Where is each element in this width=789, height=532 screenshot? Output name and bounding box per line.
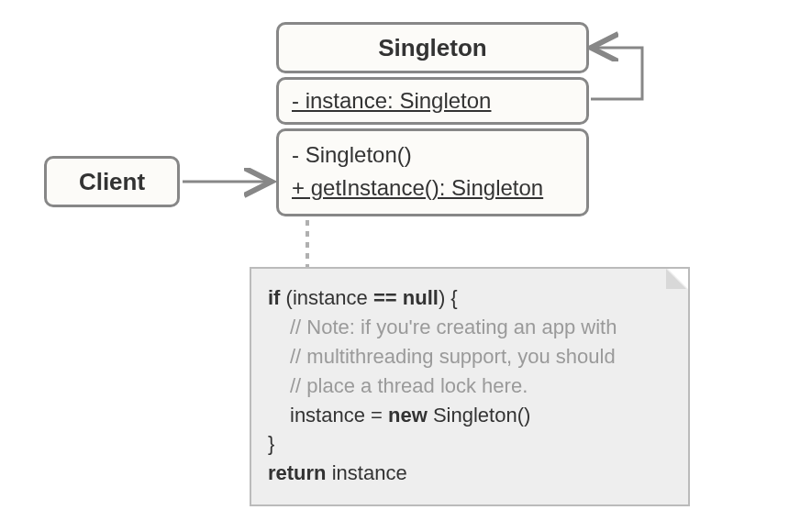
singleton-title-compartment: Singleton — [276, 22, 589, 73]
singleton-class-name: Singleton — [378, 34, 486, 62]
client-class-box: Client — [44, 156, 180, 207]
note-fold-shade — [668, 269, 688, 289]
singleton-getinstance-method: + getInstance(): Singleton — [292, 172, 573, 205]
singleton-attribute-instance: - instance: Singleton — [292, 88, 491, 114]
note-line-7: return instance — [268, 459, 672, 488]
note-comment-2: // multithreading support, you should — [268, 342, 672, 371]
note-comment-1: // Note: if you're creating an app with — [268, 313, 672, 342]
pseudocode-note: if (instance == null) { // Note: if you'… — [250, 267, 690, 506]
note-comment-3: // place a thread lock here. — [268, 371, 672, 401]
note-line-1: if (instance == null) { — [268, 283, 672, 313]
singleton-methods-compartment: - Singleton() + getInstance(): Singleton — [276, 128, 589, 216]
note-line-5: instance = new Singleton() — [268, 401, 672, 430]
note-line-6: } — [268, 429, 672, 459]
singleton-class-box: Singleton - instance: Singleton - Single… — [276, 22, 589, 216]
singleton-constructor: - Singleton() — [292, 139, 573, 172]
singleton-attributes-compartment: - instance: Singleton — [276, 77, 589, 125]
client-label: Client — [79, 168, 145, 196]
self-reference-arrow — [591, 48, 642, 99]
